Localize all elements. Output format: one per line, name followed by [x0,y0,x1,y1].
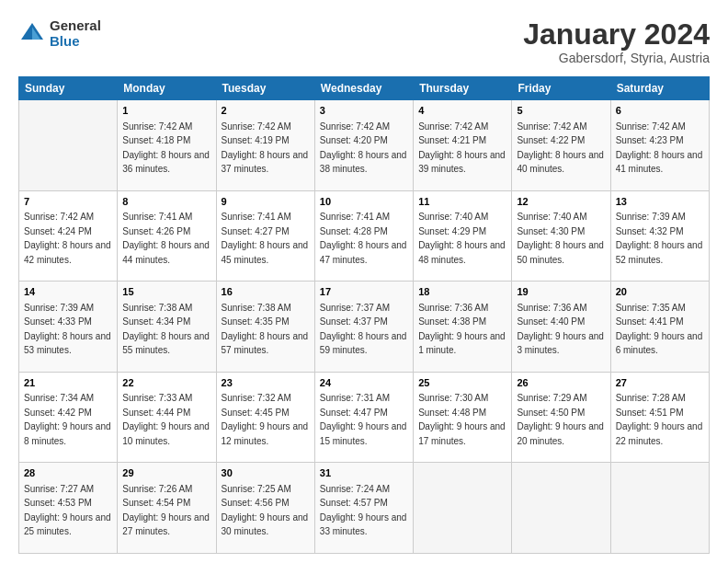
day-number: 9 [222,195,310,209]
day-number: 18 [418,285,506,299]
logo: General Blue [18,18,101,49]
table-row: 8 Sunrise: 7:41 AMSunset: 4:26 PMDayligh… [118,190,216,282]
calendar-location: Gabersdorf, Styria, Austria [523,51,710,65]
day-number: 26 [517,376,605,390]
day-info: Sunrise: 7:31 AMSunset: 4:47 PMDaylight:… [320,393,407,446]
table-row: 31 Sunrise: 7:24 AMSunset: 4:57 PMDaylig… [314,463,413,554]
day-info: Sunrise: 7:29 AMSunset: 4:50 PMDaylight:… [517,393,604,446]
day-info: Sunrise: 7:41 AMSunset: 4:28 PMDaylight:… [320,212,407,265]
day-info: Sunrise: 7:41 AMSunset: 4:26 PMDaylight:… [122,212,210,265]
day-number: 31 [320,466,408,480]
table-row: 2 Sunrise: 7:42 AMSunset: 4:19 PMDayligh… [216,100,314,191]
day-number: 22 [122,376,210,390]
day-info: Sunrise: 7:38 AMSunset: 4:34 PMDaylight:… [122,303,210,356]
day-number: 20 [616,285,704,299]
day-info: Sunrise: 7:26 AMSunset: 4:54 PMDaylight:… [122,484,210,537]
calendar-week-row: 7 Sunrise: 7:42 AMSunset: 4:24 PMDayligh… [19,190,710,282]
day-info: Sunrise: 7:37 AMSunset: 4:37 PMDaylight:… [320,303,407,356]
table-row: 28 Sunrise: 7:27 AMSunset: 4:53 PMDaylig… [19,463,118,554]
calendar-week-row: 14 Sunrise: 7:39 AMSunset: 4:33 PMDaylig… [19,282,710,373]
table-row [19,100,118,191]
day-number: 2 [222,104,310,118]
calendar-week-row: 28 Sunrise: 7:27 AMSunset: 4:53 PMDaylig… [19,463,710,554]
table-row: 14 Sunrise: 7:39 AMSunset: 4:33 PMDaylig… [19,282,118,373]
day-number: 27 [616,376,704,390]
table-row: 3 Sunrise: 7:42 AMSunset: 4:20 PMDayligh… [314,100,413,191]
day-info: Sunrise: 7:32 AMSunset: 4:45 PMDaylight:… [222,393,309,446]
table-row [512,463,610,554]
day-number: 30 [222,466,310,480]
col-tuesday: Tuesday [216,77,314,100]
day-number: 1 [122,104,210,118]
title-block: January 2024 Gabersdorf, Styria, Austria [523,18,710,65]
table-row: 10 Sunrise: 7:41 AMSunset: 4:28 PMDaylig… [314,190,413,282]
table-row: 13 Sunrise: 7:39 AMSunset: 4:32 PMDaylig… [610,190,709,282]
table-row: 18 Sunrise: 7:36 AMSunset: 4:38 PMDaylig… [414,282,512,373]
day-info: Sunrise: 7:33 AMSunset: 4:44 PMDaylight:… [122,393,210,446]
day-info: Sunrise: 7:38 AMSunset: 4:35 PMDaylight:… [222,303,309,356]
day-info: Sunrise: 7:30 AMSunset: 4:48 PMDaylight:… [418,393,506,446]
col-wednesday: Wednesday [314,77,413,100]
day-number: 11 [418,195,506,209]
table-row: 4 Sunrise: 7:42 AMSunset: 4:21 PMDayligh… [414,100,512,191]
day-number: 10 [320,195,408,209]
table-row: 24 Sunrise: 7:31 AMSunset: 4:47 PMDaylig… [314,372,413,463]
day-number: 29 [122,466,210,480]
table-row: 21 Sunrise: 7:34 AMSunset: 4:42 PMDaylig… [19,372,118,463]
table-row: 5 Sunrise: 7:42 AMSunset: 4:22 PMDayligh… [512,100,610,191]
logo-icon [18,20,46,48]
day-info: Sunrise: 7:41 AMSunset: 4:27 PMDaylight:… [222,212,309,265]
table-row: 12 Sunrise: 7:40 AMSunset: 4:30 PMDaylig… [512,190,610,282]
table-row: 27 Sunrise: 7:28 AMSunset: 4:51 PMDaylig… [610,372,709,463]
day-number: 4 [418,104,506,118]
day-info: Sunrise: 7:42 AMSunset: 4:20 PMDaylight:… [320,121,407,175]
table-row: 26 Sunrise: 7:29 AMSunset: 4:50 PMDaylig… [512,372,610,463]
day-number: 24 [320,376,408,390]
table-row: 6 Sunrise: 7:42 AMSunset: 4:23 PMDayligh… [610,100,709,191]
table-row: 22 Sunrise: 7:33 AMSunset: 4:44 PMDaylig… [118,372,216,463]
day-number: 13 [616,195,704,209]
day-info: Sunrise: 7:35 AMSunset: 4:41 PMDaylight:… [616,303,703,356]
table-row: 30 Sunrise: 7:25 AMSunset: 4:56 PMDaylig… [216,463,314,554]
table-row: 19 Sunrise: 7:36 AMSunset: 4:40 PMDaylig… [512,282,610,373]
day-info: Sunrise: 7:34 AMSunset: 4:42 PMDaylight:… [24,393,111,446]
day-info: Sunrise: 7:36 AMSunset: 4:40 PMDaylight:… [517,303,604,356]
day-info: Sunrise: 7:39 AMSunset: 4:33 PMDaylight:… [24,303,111,356]
table-row [610,463,709,554]
day-number: 8 [122,195,210,209]
day-number: 16 [222,285,310,299]
day-info: Sunrise: 7:42 AMSunset: 4:23 PMDaylight:… [616,121,703,175]
table-row: 25 Sunrise: 7:30 AMSunset: 4:48 PMDaylig… [414,372,512,463]
logo-text: General Blue [50,18,101,49]
table-row: 7 Sunrise: 7:42 AMSunset: 4:24 PMDayligh… [19,190,118,282]
day-info: Sunrise: 7:27 AMSunset: 4:53 PMDaylight:… [24,484,111,537]
day-number: 7 [24,195,112,209]
day-info: Sunrise: 7:42 AMSunset: 4:18 PMDaylight:… [122,121,210,175]
day-info: Sunrise: 7:42 AMSunset: 4:21 PMDaylight:… [418,121,506,175]
day-info: Sunrise: 7:39 AMSunset: 4:32 PMDaylight:… [616,212,703,265]
day-number: 19 [517,285,605,299]
col-friday: Friday [512,77,610,100]
table-row: 11 Sunrise: 7:40 AMSunset: 4:29 PMDaylig… [414,190,512,282]
calendar-week-row: 1 Sunrise: 7:42 AMSunset: 4:18 PMDayligh… [19,100,710,191]
logo-general: General [50,18,101,34]
day-info: Sunrise: 7:42 AMSunset: 4:22 PMDaylight:… [517,121,604,175]
header: General Blue January 2024 Gabersdorf, St… [18,18,710,65]
calendar-table: Sunday Monday Tuesday Wednesday Thursday… [18,76,710,554]
day-info: Sunrise: 7:24 AMSunset: 4:57 PMDaylight:… [320,484,407,537]
day-number: 25 [418,376,506,390]
day-info: Sunrise: 7:40 AMSunset: 4:30 PMDaylight:… [517,212,604,265]
day-number: 12 [517,195,605,209]
table-row: 23 Sunrise: 7:32 AMSunset: 4:45 PMDaylig… [216,372,314,463]
page: General Blue January 2024 Gabersdorf, St… [0,0,728,563]
table-row [414,463,512,554]
day-info: Sunrise: 7:36 AMSunset: 4:38 PMDaylight:… [418,303,506,356]
day-info: Sunrise: 7:28 AMSunset: 4:51 PMDaylight:… [616,393,703,446]
day-info: Sunrise: 7:42 AMSunset: 4:19 PMDaylight:… [222,121,309,175]
table-row: 17 Sunrise: 7:37 AMSunset: 4:37 PMDaylig… [314,282,413,373]
day-info: Sunrise: 7:25 AMSunset: 4:56 PMDaylight:… [222,484,309,537]
table-row: 15 Sunrise: 7:38 AMSunset: 4:34 PMDaylig… [118,282,216,373]
day-number: 21 [24,376,112,390]
logo-blue: Blue [50,34,101,50]
table-row: 1 Sunrise: 7:42 AMSunset: 4:18 PMDayligh… [118,100,216,191]
